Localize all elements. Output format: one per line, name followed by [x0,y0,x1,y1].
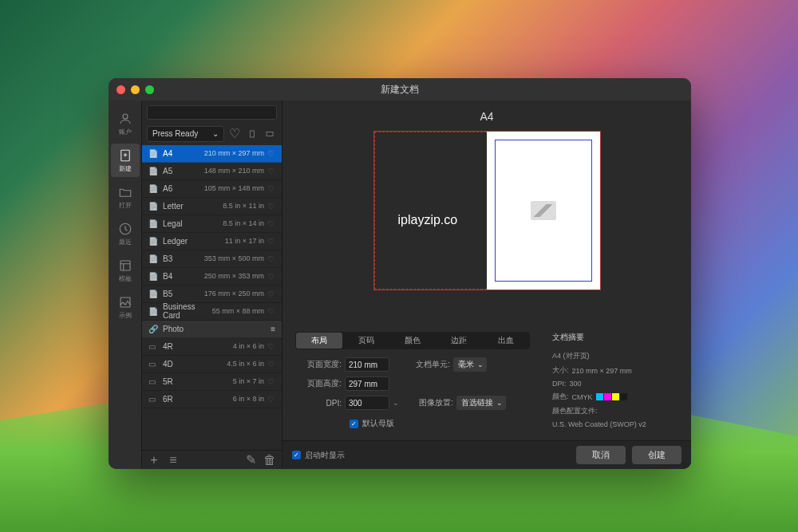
create-button[interactable]: 创建 [632,446,681,464]
nav-sidebar: 账户 新建 打开 最近 模板 示例 [109,100,142,469]
dpi-label: DPI: [303,399,342,408]
summary-profile-value: U.S. Web Coated (SWOP) v2 [552,420,678,428]
default-master-checkbox[interactable]: ✓默认母版 [350,418,530,429]
preset-letter[interactable]: 📄Letter8.5 in × 11 in♡ [142,198,282,215]
window-title: 新建文档 [381,83,419,97]
preset-b5[interactable]: 📄B5176 mm × 250 mm♡ [142,286,282,303]
preset-footer: + ≡ ✎ 🗑 [142,450,282,469]
tab-layout[interactable]: 布局 [296,333,342,349]
spread-right-page [487,132,600,290]
width-input[interactable] [345,357,389,372]
svg-point-0 [123,114,128,119]
tab-margins[interactable]: 边距 [436,333,482,349]
nav-templates[interactable]: 模板 [111,254,140,287]
show-on-startup-checkbox[interactable]: ✓启动时显示 [292,450,345,461]
rename-preset-button[interactable]: ✎ [243,453,258,467]
preset-business-card[interactable]: 📄Business Card55 mm × 88 mm♡ [142,303,282,321]
preview-title: A4 [480,110,493,123]
settings-tabs: 布局 页码 颜色 边距 出血 [295,332,530,349]
preset-legal[interactable]: 📄Legal8.5 in × 14 in♡ [142,215,282,233]
preset-category-select[interactable]: Press Ready⌄ [147,126,224,142]
height-label: 页面高度: [303,378,342,389]
new-doc-icon [118,148,132,163]
nav-open[interactable]: 打开 [111,180,140,214]
add-preset-button[interactable]: + [147,453,161,467]
delete-preset-button[interactable]: 🗑 [263,453,277,467]
preset-list: 📄A4210 mm × 297 mm♡ 📄A5148 mm × 210 mm♡ … [142,145,282,451]
preview-canvas: iplayzip.co [373,131,601,290]
preset-6r[interactable]: ▭6R6 in × 8 in♡ [142,391,282,408]
nav-new[interactable]: 新建 [111,144,140,177]
preset-a5[interactable]: 📄A5148 mm × 210 mm♡ [142,163,282,180]
preset-search-input[interactable] [147,105,277,120]
summary-size: 大小:210 mm × 297 mm [552,365,678,376]
preset-menu-button[interactable]: ≡ [166,453,180,467]
summary-panel: 文档摘要 A4 (对开页) 大小:210 mm × 297 mm DPI:300… [543,332,678,432]
tab-color[interactable]: 颜色 [389,333,436,349]
preview-section: A4 iplayzip.co [282,100,691,327]
maximize-window-button[interactable] [145,85,154,94]
preset-a6[interactable]: 📄A6105 mm × 148 mm♡ [142,180,282,198]
menu-icon: ≡ [271,325,275,333]
summary-preset: A4 (对开页) [552,351,678,361]
preset-a4[interactable]: 📄A4210 mm × 297 mm♡ [142,145,282,163]
summary-dpi: DPI:300 [552,380,678,388]
user-icon [118,112,132,126]
close-window-button[interactable] [117,85,125,94]
svg-rect-3 [120,261,130,270]
dpi-input[interactable] [345,396,389,410]
cmyk-swatches [596,393,627,400]
preset-b3[interactable]: 📄B3353 mm × 500 mm♡ [142,250,282,268]
nav-recent[interactable]: 最近 [111,217,140,250]
summary-profile-label: 颜色配置文件: [552,406,678,416]
portrait-orientation-button[interactable] [245,127,259,141]
favorite-filter-button[interactable]: ♡ [227,127,242,141]
preset-5r[interactable]: ▭5R5 in × 7 in♡ [142,373,282,391]
main-area: A4 iplayzip.co 布局 页码 颜色 边距 [282,100,691,469]
placement-label: 图像放置: [415,397,453,408]
cancel-button[interactable]: 取消 [576,446,626,464]
minimize-window-button[interactable] [131,85,140,94]
preset-b4[interactable]: 📄B4250 mm × 353 mm♡ [142,268,282,286]
preset-4d[interactable]: ▭4D4.5 in × 6 in♡ [142,356,282,373]
folder-icon [118,185,132,199]
unit-select[interactable]: 毫米 [453,357,487,372]
preset-ledger[interactable]: 📄Ledger11 in × 17 in♡ [142,233,282,250]
landscape-orientation-button[interactable] [263,127,277,141]
spread-left-page [374,132,488,290]
tab-pages[interactable]: 页码 [342,333,389,349]
preset-category-photo[interactable]: 🔗Photo≡ [142,321,282,338]
clock-icon [118,222,132,236]
width-label: 页面宽度: [303,359,342,370]
height-input[interactable] [345,376,389,391]
template-icon [118,258,132,273]
watermark-text: iplayzip.co [398,213,458,227]
svg-rect-5 [251,131,255,137]
placement-select[interactable]: 首选链接 [456,396,506,410]
presets-panel: Press Ready⌄ ♡ 📄A4210 mm × 297 mm♡ 📄A514… [142,100,282,469]
bottom-bar: ✓启动时显示 取消 创建 [282,440,691,469]
settings-form: 布局 页码 颜色 边距 出血 页面宽度: 文档单元:毫米 页面高度: [295,332,530,432]
nav-samples[interactable]: 示例 [111,290,140,324]
tab-bleed[interactable]: 出血 [483,333,529,349]
svg-rect-6 [267,132,273,136]
new-document-window: 新建文档 账户 新建 打开 最近 模板 [109,78,691,469]
image-icon [118,295,132,309]
placeholder-image-icon [531,201,556,220]
nav-account[interactable]: 账户 [111,107,140,140]
preset-4r[interactable]: ▭4R4 in × 6 in♡ [142,338,282,356]
titlebar: 新建文档 [109,78,691,100]
summary-title: 文档摘要 [552,332,678,343]
unit-label: 文档单元: [412,359,450,370]
summary-color: 颜色:CMYK [552,392,678,402]
